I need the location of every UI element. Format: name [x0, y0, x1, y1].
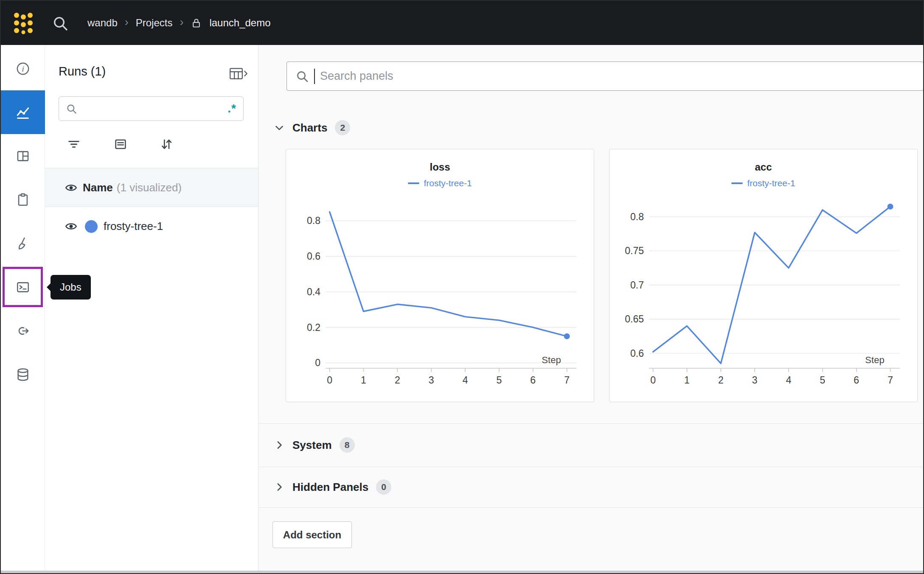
link-arrow-icon [16, 324, 30, 338]
section-count-badge: 8 [340, 437, 355, 453]
runs-search-input[interactable]: .* [59, 96, 244, 121]
svg-text:0.6: 0.6 [630, 348, 644, 359]
visibility-toggle-all[interactable] [64, 181, 78, 194]
svg-text:0: 0 [327, 375, 332, 386]
run-row[interactable]: frosty-tree-1 [45, 207, 258, 246]
svg-text:7: 7 [564, 375, 570, 386]
charts-panels-row: loss frosty-tree-1 00.20.40.60.801234567… [286, 149, 918, 402]
svg-text:7: 7 [887, 375, 893, 386]
section-count-badge: 2 [335, 120, 350, 135]
nav-artifacts[interactable] [1, 353, 45, 396]
nav-reports[interactable] [1, 178, 45, 221]
info-icon: i [16, 62, 30, 76]
chart-panel-acc[interactable]: acc frosty-tree-1 0.60.650.70.750.801234… [609, 149, 918, 402]
runs-column-name: Name [83, 181, 113, 194]
nav-sweeps[interactable] [1, 221, 45, 265]
section-header-hidden-panels[interactable]: Hidden Panels 0 [272, 477, 391, 497]
global-search-icon[interactable] [51, 14, 70, 33]
svg-text:0.6: 0.6 [307, 251, 320, 262]
svg-text:3: 3 [752, 375, 758, 386]
regex-toggle-icon[interactable]: .* [227, 102, 236, 115]
run-name: frosty-tree-1 [104, 220, 163, 233]
section-label: Charts [292, 121, 327, 134]
wandb-logo-icon[interactable] [12, 11, 35, 34]
search-icon [66, 103, 77, 115]
section-label: System [292, 439, 332, 452]
svg-text:6: 6 [854, 375, 859, 386]
breadcrumb-entity[interactable]: wandb [87, 17, 118, 29]
nav-runs-table[interactable] [1, 134, 45, 178]
svg-text:6: 6 [530, 375, 536, 386]
chart-panel-loss[interactable]: loss frosty-tree-1 00.20.40.60.801234567… [286, 149, 594, 402]
runs-sidebar: Runs (1) .* [45, 45, 258, 573]
section-header-system[interactable]: System 8 [272, 435, 355, 455]
left-nav-rail: i [1, 45, 45, 573]
nav-automations[interactable] [1, 309, 45, 353]
svg-text:1: 1 [361, 375, 366, 386]
acc-line-chart[interactable]: 0.60.650.70.750.801234567Step [616, 193, 911, 393]
run-color-dot [85, 220, 98, 233]
loss-line-chart[interactable]: 00.20.40.60.801234567Step [292, 193, 587, 393]
legend-run-name: frosty-tree-1 [424, 178, 472, 188]
add-section-button[interactable]: Add section [272, 521, 352, 548]
chart-legend: frosty-tree-1 [286, 178, 594, 188]
search-panels-input[interactable]: Search panels [286, 62, 924, 91]
group-button[interactable] [110, 134, 131, 155]
topbar: wandb › Projects › launch_demo [1, 1, 923, 45]
horizontal-scrollbar[interactable] [1, 571, 923, 573]
breadcrumb-separator: › [180, 16, 183, 30]
search-icon [52, 15, 69, 32]
sort-button[interactable] [156, 134, 177, 155]
svg-text:2: 2 [395, 375, 400, 386]
svg-text:1: 1 [684, 375, 690, 386]
divider [258, 467, 923, 467]
jobs-tooltip-label: Jobs [60, 281, 81, 293]
breadcrumb: wandb › Projects › launch_demo [87, 1, 271, 45]
divider [258, 423, 923, 424]
section-header-charts[interactable]: Charts 2 [272, 118, 350, 137]
legend-line-swatch [731, 182, 743, 184]
visibility-toggle-run[interactable] [64, 220, 78, 233]
line-chart-icon [15, 105, 31, 120]
broom-icon [16, 236, 30, 251]
legend-run-name: frosty-tree-1 [747, 178, 795, 188]
chevron-right-icon[interactable] [272, 438, 286, 452]
section-label: Hidden Panels [292, 481, 368, 494]
breadcrumb-separator: › [125, 16, 129, 30]
filter-button[interactable] [64, 134, 84, 155]
svg-text:0.8: 0.8 [630, 211, 644, 222]
svg-text:5: 5 [820, 375, 826, 386]
runs-header-row: Name (1 visualized) [45, 168, 258, 207]
svg-text:Step: Step [542, 355, 561, 365]
group-icon [114, 137, 127, 151]
nav-overview[interactable]: i [1, 47, 45, 90]
svg-text:i: i [22, 64, 24, 73]
wandb-workspace-window: wandb › Projects › launch_demo i [0, 0, 924, 574]
eye-icon [65, 181, 78, 194]
breadcrumb-projects[interactable]: Projects [136, 17, 173, 29]
table-expand-icon [229, 67, 248, 80]
sort-icon [160, 137, 173, 151]
breadcrumb-project-name[interactable]: launch_demo [209, 17, 270, 29]
clipboard-icon [16, 193, 30, 207]
panels-area: Search panels Charts 2 loss frosty-tree-… [258, 45, 923, 573]
search-icon [295, 70, 309, 83]
expand-runs-table-button[interactable] [229, 67, 248, 81]
svg-text:0: 0 [650, 375, 656, 386]
runs-title: Runs (1) [59, 64, 106, 78]
chart-title: acc [609, 161, 917, 173]
search-panels-placeholder: Search panels [320, 70, 393, 83]
runs-visualized-count: (1 visualized) [117, 181, 182, 194]
svg-text:3: 3 [429, 375, 434, 386]
legend-line-swatch [408, 182, 419, 184]
chevron-down-icon[interactable] [272, 120, 286, 135]
divider [258, 507, 923, 508]
database-icon [16, 367, 30, 382]
svg-text:0.65: 0.65 [625, 314, 644, 325]
lock-icon [191, 17, 202, 29]
svg-text:4: 4 [786, 375, 792, 386]
table-icon [16, 149, 30, 163]
chevron-right-icon[interactable] [272, 480, 286, 494]
nav-workspace[interactable] [1, 90, 45, 134]
nav-jobs[interactable] [1, 265, 45, 309]
